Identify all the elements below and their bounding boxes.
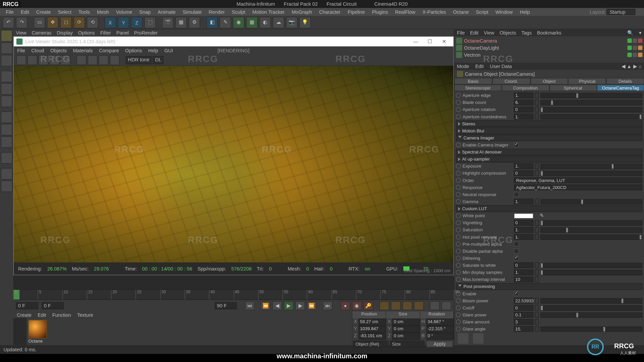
stepper-icon[interactable] bbox=[535, 114, 539, 119]
coord-field[interactable]: 59.27 cm bbox=[359, 318, 386, 325]
attr-slider[interactable] bbox=[541, 100, 643, 105]
coord-button[interactable]: ⬚ bbox=[144, 17, 156, 28]
menu-mesh[interactable]: Mesh bbox=[94, 9, 112, 15]
frame-in-field[interactable]: 0 F bbox=[42, 302, 64, 309]
hdr-dropdown[interactable]: HDR tone bbox=[126, 56, 152, 64]
attr-slider[interactable] bbox=[541, 114, 643, 119]
anim-dot-icon[interactable] bbox=[456, 142, 461, 147]
stepper-icon[interactable] bbox=[535, 100, 539, 105]
anim-dot-icon[interactable] bbox=[456, 312, 461, 317]
attr-value-field[interactable]: 1. bbox=[514, 269, 534, 275]
attr-checkbox[interactable] bbox=[514, 291, 519, 296]
anim-dot-icon[interactable] bbox=[456, 242, 461, 247]
select-tool[interactable]: ▭ bbox=[34, 17, 45, 28]
texture-mode-button[interactable] bbox=[1, 43, 12, 54]
anim-dot-icon[interactable] bbox=[456, 263, 461, 268]
lv-menu-gui[interactable]: GUI bbox=[164, 48, 173, 53]
stepper-icon[interactable] bbox=[535, 199, 539, 204]
coord-field[interactable]: 0 cm bbox=[392, 318, 420, 325]
key-param-button[interactable] bbox=[414, 301, 424, 310]
anim-dot-icon[interactable] bbox=[456, 277, 461, 282]
attr-dropdown[interactable]: Response, Gamma, LUT bbox=[514, 177, 643, 183]
fcurve-button[interactable] bbox=[441, 301, 451, 310]
coord-mode-dropdown[interactable]: Object (Rel) bbox=[353, 341, 388, 347]
tree-item[interactable]: OctaneDayLight bbox=[456, 44, 643, 51]
attr-slider[interactable] bbox=[541, 326, 643, 332]
lv-menu-compare[interactable]: Compare bbox=[99, 48, 119, 53]
attr-slider[interactable] bbox=[541, 270, 643, 275]
menu-create[interactable]: Create bbox=[33, 9, 54, 15]
tab-stereoscopic[interactable]: Stereoscopic bbox=[454, 84, 502, 91]
section-motion-blur[interactable]: Motion Blur bbox=[456, 127, 643, 134]
stepper-icon[interactable] bbox=[535, 319, 539, 325]
autokey-button[interactable]: ◉ bbox=[352, 301, 362, 310]
tab-octanecameratag[interactable]: OctaneCameraTag bbox=[597, 84, 644, 91]
size-mode-dropdown[interactable]: Size bbox=[390, 341, 425, 347]
menu-window[interactable]: Window bbox=[492, 9, 516, 15]
attr-value-field[interactable]: 0 bbox=[514, 220, 534, 226]
menu-simulate[interactable]: Simulate bbox=[179, 9, 205, 15]
render-button[interactable]: 🎬 bbox=[162, 17, 173, 28]
anim-dot-icon[interactable] bbox=[456, 235, 461, 240]
attr-checkbox[interactable] bbox=[514, 192, 519, 197]
goto-end-button[interactable]: ⏭ bbox=[323, 301, 332, 310]
layout-dropdown[interactable]: Startup bbox=[606, 9, 635, 15]
coord-field[interactable]: 1039.847 cm bbox=[359, 326, 386, 333]
workplane2-button[interactable] bbox=[1, 152, 12, 164]
menu-sculpt[interactable]: Sculpt bbox=[229, 9, 249, 15]
mat-menu-function[interactable]: Function bbox=[52, 312, 71, 317]
lv-clay-button[interactable] bbox=[61, 55, 70, 65]
lv-region-button[interactable] bbox=[76, 55, 86, 65]
axis-mode-button[interactable] bbox=[1, 112, 12, 123]
next-key-button[interactable]: ⏩ bbox=[307, 301, 317, 310]
anim-dot-icon[interactable] bbox=[456, 220, 461, 225]
array-button[interactable]: ▦ bbox=[246, 17, 258, 28]
keyframe-button[interactable]: 🔑 bbox=[364, 301, 373, 310]
obj-menu-edit[interactable]: Edit bbox=[470, 30, 478, 36]
stepper-icon[interactable] bbox=[535, 220, 539, 226]
attr-slider[interactable] bbox=[541, 199, 643, 204]
stepper-icon[interactable] bbox=[535, 277, 539, 282]
anim-dot-icon[interactable] bbox=[456, 227, 461, 232]
obj-menu-objects[interactable]: Objects bbox=[499, 30, 516, 36]
obj-menu-file[interactable]: File bbox=[457, 30, 465, 36]
stepper-icon[interactable] bbox=[535, 298, 539, 303]
obj-menu-bookmarks[interactable]: Bookmarks bbox=[537, 30, 561, 36]
viewport-scrubber[interactable]: Grid Spacing : 1000 cm bbox=[13, 275, 454, 289]
tab-details[interactable]: Details bbox=[606, 78, 644, 84]
attr-checkbox[interactable] bbox=[514, 256, 519, 261]
section-custom-lut[interactable]: Custom LUT bbox=[456, 205, 643, 212]
menu-render[interactable]: Render bbox=[206, 9, 228, 15]
camera-button[interactable]: 📷 bbox=[286, 17, 298, 28]
tab-composition[interactable]: Composition bbox=[502, 84, 549, 91]
filter-icon[interactable]: ▾ bbox=[639, 30, 642, 36]
attr-checkbox[interactable] bbox=[514, 249, 519, 254]
stepper-icon[interactable] bbox=[535, 234, 539, 240]
lv-channels-button[interactable] bbox=[110, 55, 119, 65]
attr-value-field[interactable]: 0 bbox=[514, 262, 534, 268]
attr-value-field[interactable]: 6. bbox=[514, 100, 534, 105]
section-post-processing[interactable]: Post processing bbox=[456, 283, 643, 290]
stepper-icon[interactable] bbox=[535, 93, 539, 98]
menu-snap[interactable]: Snap bbox=[136, 9, 154, 15]
menu-tools[interactable]: Tools bbox=[75, 9, 93, 15]
search-icon[interactable]: 🔍 bbox=[627, 30, 633, 36]
extra-button[interactable] bbox=[1, 181, 12, 192]
timeline[interactable]: 051015202530354045505560657075808590 bbox=[13, 289, 454, 300]
menu-motion-tracker[interactable]: Motion Tracker bbox=[249, 9, 288, 15]
apply-button[interactable]: Apply bbox=[426, 341, 453, 347]
axis-y-button[interactable]: Y bbox=[118, 17, 129, 28]
attr-checkbox[interactable] bbox=[514, 142, 519, 147]
menu-x-particles[interactable]: X-Particles bbox=[419, 9, 449, 15]
move-tool[interactable]: ✥ bbox=[47, 17, 58, 28]
record-button[interactable]: ● bbox=[340, 301, 350, 310]
vp-menu-panel[interactable]: Panel bbox=[116, 30, 129, 36]
help-icon[interactable] bbox=[473, 333, 484, 344]
menu-script[interactable]: Script bbox=[473, 9, 491, 15]
anim-dot-icon[interactable] bbox=[456, 249, 461, 254]
anim-dot-icon[interactable] bbox=[456, 93, 461, 98]
vp-menu-filter[interactable]: Filter bbox=[100, 30, 111, 36]
attr-slider[interactable] bbox=[541, 298, 643, 303]
dl-dropdown[interactable]: DL bbox=[153, 56, 164, 64]
snap-button[interactable] bbox=[1, 136, 12, 148]
